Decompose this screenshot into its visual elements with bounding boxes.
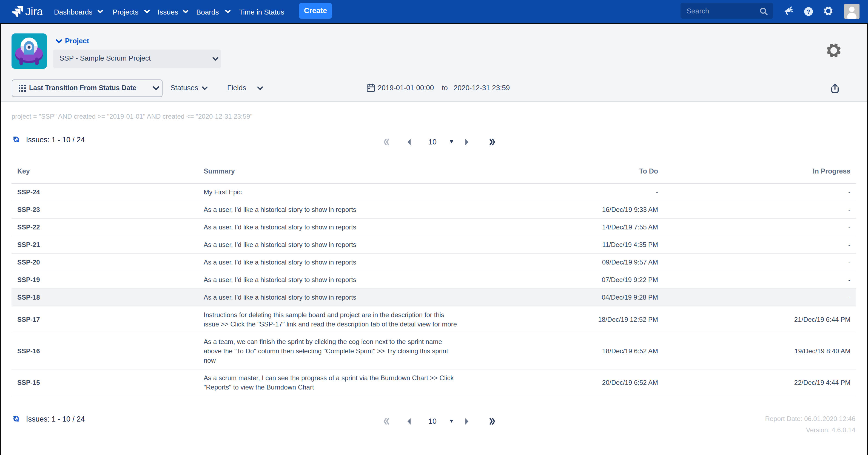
svg-text:?: ? (807, 8, 810, 15)
